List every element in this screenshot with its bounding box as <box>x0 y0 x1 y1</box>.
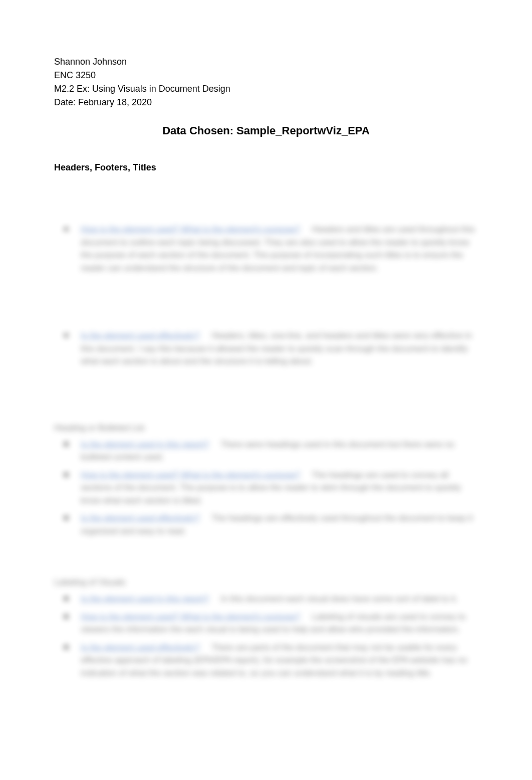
bullet-icon <box>64 227 68 231</box>
section-heading-1: Headers, Footers, Titles <box>54 162 478 173</box>
blurred-content: How is the element used? What is the ele… <box>54 223 478 679</box>
list-item: Is the element used in this report? In t… <box>54 593 478 606</box>
list-item: Is the element used effectively? Headers… <box>54 329 478 368</box>
list-item: How is the element used? What is the ele… <box>54 223 478 274</box>
square-bullet-icon <box>64 597 68 601</box>
question-text: How is the element used? What is the ele… <box>81 225 300 234</box>
square-bullet-icon <box>64 615 68 619</box>
document-header: Shannon Johnson ENC 3250 M2.2 Ex: Using … <box>54 55 478 109</box>
question-text: Is the element used effectively? <box>81 643 200 652</box>
course-code: ENC 3250 <box>54 69 478 82</box>
list-item: Is the element used effectively? There a… <box>54 641 478 680</box>
question-text: Is the element used in this report? <box>81 594 209 604</box>
section-heading-3: Labeling of Visuals <box>54 577 478 588</box>
list-item: How is the element used? What is the ele… <box>54 469 478 507</box>
question-text: How is the element used? What is the ele… <box>81 470 300 480</box>
list-item: Is the element used effectively? The hea… <box>54 512 478 537</box>
question-text: How is the element used? What is the ele… <box>81 612 300 622</box>
list-item: Is the element used in this report? Ther… <box>54 438 478 464</box>
square-bullet-icon <box>64 473 68 477</box>
document-date: Date: February 18, 2020 <box>54 96 478 109</box>
answer-text: In this document each visual does have s… <box>221 594 458 604</box>
question-text: Is the element used effectively? <box>81 331 200 340</box>
question-text: Is the element used in this report? <box>81 440 209 449</box>
square-bullet-icon <box>64 516 68 520</box>
assignment-title: M2.2 Ex: Using Visuals in Document Desig… <box>54 82 478 96</box>
section-heading-2: Heading or Bulleted List <box>54 423 478 433</box>
question-text: Is the element used effectively? <box>81 513 200 523</box>
author-name: Shannon Johnson <box>54 55 478 69</box>
square-bullet-icon <box>64 645 68 649</box>
list-item: How is the element used? What is the ele… <box>54 611 478 636</box>
bullet-icon <box>64 333 68 337</box>
page-title: Data Chosen: Sample_ReportwViz_EPA <box>54 124 478 137</box>
square-bullet-icon <box>64 442 68 446</box>
